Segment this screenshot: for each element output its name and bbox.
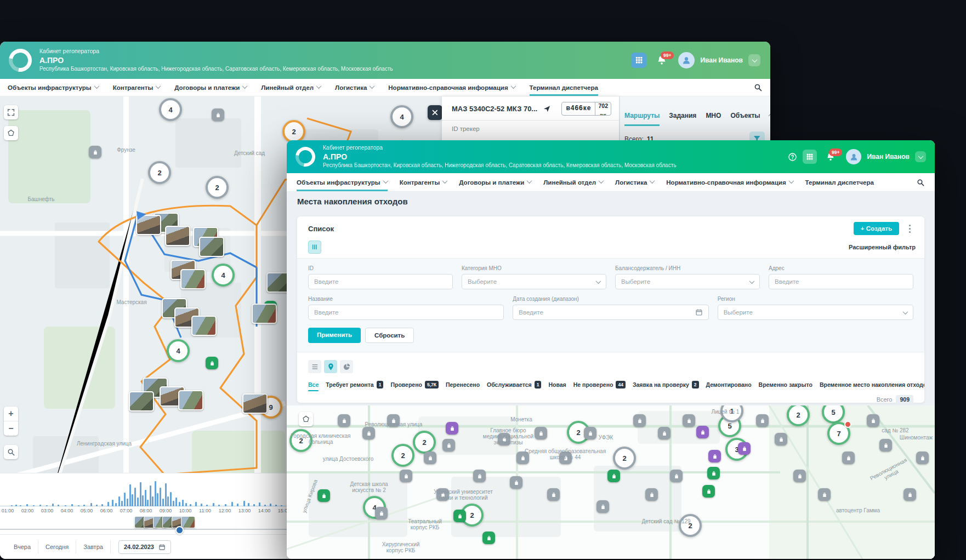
select-field[interactable]: Выберите [462, 274, 606, 289]
bg-nav-item-5[interactable]: Логистика [335, 79, 374, 96]
timeline-handle[interactable] [175, 526, 184, 534]
user-menu-chevron-button[interactable] [748, 54, 760, 66]
map-pin-green[interactable] [206, 357, 218, 369]
status-chip-9[interactable]: Демонтировано [706, 381, 752, 391]
status-chip-11[interactable]: Временное место накопления отходов [820, 381, 924, 391]
map-pin-green[interactable] [607, 470, 620, 482]
map-pin-green[interactable] [482, 532, 495, 544]
bg-nav-item-3[interactable]: Договоры и платежи [174, 79, 247, 96]
map-pin-grey[interactable] [867, 414, 879, 427]
map-pin-green[interactable] [702, 485, 715, 498]
more-actions-button[interactable] [904, 222, 916, 235]
avatar[interactable] [678, 52, 695, 68]
user-menu-chevron-button[interactable] [915, 151, 926, 162]
notifications-bell-button[interactable]: 99+ [656, 55, 667, 66]
apply-button[interactable]: Применить [308, 328, 361, 343]
fg-nav-item-5[interactable]: Логистика [615, 173, 654, 191]
fg-nav-item-4[interactable]: Линейный отдел [543, 173, 603, 191]
notifications-bell-button[interactable]: 99+ [826, 152, 836, 162]
close-vehicle-panel-button[interactable] [428, 105, 442, 120]
map-photo-thumbnail[interactable] [178, 390, 203, 410]
map-pin-grey[interactable] [879, 439, 892, 452]
map-pin-purple[interactable] [696, 426, 709, 438]
input-field[interactable]: Введите [308, 305, 504, 320]
map-cluster[interactable]: 4 [390, 105, 413, 128]
map-pin-green[interactable] [317, 489, 330, 502]
map-pin-grey[interactable] [904, 488, 916, 501]
map-photo-thumbnail[interactable] [180, 269, 206, 289]
list-view-button[interactable] [308, 360, 321, 373]
map-pin-grey[interactable] [793, 470, 806, 482]
routes-tab-2[interactable]: Задания [669, 112, 696, 126]
status-chip-1[interactable]: Все [308, 381, 319, 391]
search-icon[interactable] [753, 83, 763, 92]
apps-grid-button[interactable] [631, 53, 646, 68]
map-cluster[interactable]: 4 [159, 98, 182, 121]
yesterday-button[interactable]: Вчера [7, 540, 38, 553]
map-search-button[interactable] [4, 445, 18, 459]
timeline-photo-thumbnail[interactable] [181, 516, 195, 528]
map-pin-grey[interactable] [658, 427, 670, 439]
help-icon[interactable] [788, 152, 797, 162]
fg-nav-item-2[interactable]: Контрагенты [400, 173, 447, 191]
zoom-in-button[interactable]: + [4, 407, 18, 421]
fg-nav-item-6[interactable]: Нормативно-справочная информация [666, 173, 793, 191]
map-pin-grey[interactable] [362, 427, 375, 439]
today-button[interactable]: Сегодня [38, 540, 76, 553]
fg-nav-item-7[interactable]: Терминал диспетчера [805, 173, 874, 191]
avatar[interactable] [846, 149, 861, 164]
map-photo-thumbnail[interactable] [191, 316, 217, 336]
map-pin-grey[interactable] [212, 108, 224, 121]
map-view-button[interactable] [324, 360, 337, 373]
bg-nav-item-1[interactable]: Объекты инфраструктуры [8, 79, 99, 96]
chevron-down-icon[interactable] [768, 113, 770, 116]
create-button[interactable]: + Создать [854, 222, 899, 235]
apps-grid-button[interactable] [803, 150, 817, 164]
map-pin-grey[interactable] [756, 414, 769, 427]
map-pin-grey[interactable] [633, 414, 646, 427]
map-pin-grey[interactable] [473, 470, 486, 482]
map-cluster[interactable]: 2 [206, 176, 229, 199]
map-pin-grey[interactable] [375, 507, 388, 519]
map-cluster[interactable]: 2 [787, 405, 810, 426]
map-pin-purple[interactable] [738, 442, 751, 455]
bg-nav-item-6[interactable]: Нормативно-справочная информация [388, 79, 515, 96]
map-photo-thumbnail[interactable] [252, 304, 277, 324]
map-photo-thumbnail[interactable] [129, 391, 154, 412]
map-expand-tool-button[interactable] [4, 105, 18, 119]
map-polygon-select-tool-button[interactable] [4, 126, 18, 140]
status-chip-3[interactable]: Проверено5,7К [390, 381, 439, 392]
map-pin-purple[interactable] [446, 422, 458, 435]
map-pin-purple[interactable] [708, 450, 721, 462]
map-cluster[interactable]: 4 [167, 339, 190, 362]
map-cluster[interactable]: 5 [822, 405, 845, 424]
map-cluster[interactable]: 2 [679, 514, 702, 537]
locate-vehicle-icon[interactable] [543, 105, 551, 113]
status-chip-2[interactable]: Требует ремонта1 [326, 381, 383, 392]
map-pin-grey[interactable] [338, 414, 350, 427]
map-pin-grey[interactable] [584, 427, 596, 439]
bg-nav-item-4[interactable]: Линейный отдел [261, 79, 321, 96]
map-cluster[interactable]: 2 [613, 447, 636, 470]
map-cluster[interactable]: 7 [827, 422, 850, 445]
status-chip-5[interactable]: Обслуживается1 [487, 381, 541, 392]
fg-nav-item-3[interactable]: Договоры и платежи [459, 173, 531, 191]
tomorrow-button[interactable]: Завтра [76, 540, 111, 553]
bg-nav-item-7[interactable]: Терминал диспетчера [530, 79, 598, 96]
bg-nav-item-2[interactable]: Контрагенты [113, 79, 161, 96]
map-pin-grey[interactable] [596, 500, 609, 513]
zoom-out-button[interactable]: − [4, 421, 18, 436]
map-pin-grey[interactable] [424, 452, 436, 464]
map-pin-grey[interactable] [670, 470, 683, 482]
input-field[interactable]: Введите [769, 274, 913, 289]
map-photo-thumbnail[interactable] [242, 393, 268, 414]
input-field[interactable]: Введите [308, 274, 453, 289]
map-polygon-select-tool-button[interactable] [299, 412, 313, 426]
reset-button[interactable]: Сбросить [365, 328, 414, 343]
map-pin-grey[interactable] [818, 488, 831, 501]
date-picker[interactable]: 24.02.2023 [118, 540, 171, 554]
map-cluster[interactable]: 2 [391, 444, 414, 467]
map-pin-grey[interactable] [89, 146, 101, 158]
map-pin-grey[interactable] [842, 452, 855, 464]
map-pin-grey[interactable] [683, 414, 695, 427]
